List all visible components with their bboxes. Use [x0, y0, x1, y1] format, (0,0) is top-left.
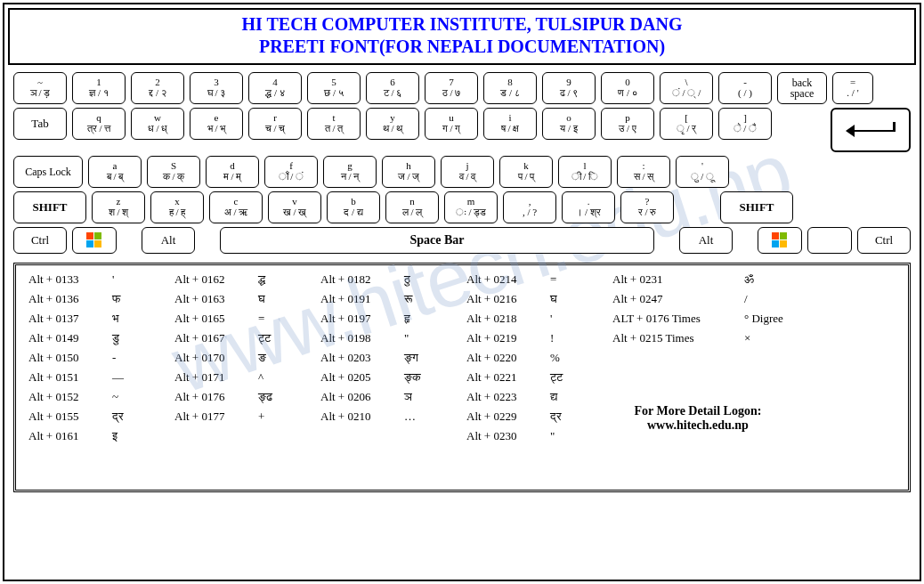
alt-symbol: फ [112, 292, 148, 306]
alt-code-line: Alt + 0206ञ [320, 390, 440, 404]
alt-symbol: ^ [258, 370, 294, 385]
key-top: x [174, 197, 180, 207]
key[interactable]: pउ / ए [601, 108, 654, 140]
spacebar-key[interactable]: Space Bar [220, 227, 654, 254]
alt-code-line: Alt + 0210… [320, 410, 440, 424]
alt-code-line: Alt + 0216घ [466, 292, 586, 306]
enter-key[interactable] [831, 108, 911, 152]
key[interactable]: 3घ / ३ [190, 72, 243, 104]
key-top: z [117, 197, 121, 207]
alt-right-key[interactable]: Alt [679, 227, 733, 254]
shift-right-key[interactable]: SHIFT [720, 191, 793, 223]
alt-code-line: Alt + 0182ठु [320, 272, 440, 287]
key[interactable]: 2द्द / २ [131, 72, 184, 104]
key[interactable]: dम / म् [206, 156, 259, 188]
key[interactable]: uग / ग् [425, 108, 478, 140]
alt-code-line: Alt + 0218' [466, 312, 586, 326]
key[interactable]: [ृ / र् [660, 108, 713, 140]
backspace-key[interactable]: backspace [777, 72, 827, 104]
key-bot: ृ / र् [677, 123, 697, 134]
key[interactable]: ,, / ? [503, 191, 556, 223]
key[interactable]: ]े / ै [718, 108, 772, 140]
key-top: . [588, 197, 590, 207]
ctrl-right-key[interactable]: Ctrl [857, 227, 911, 254]
key[interactable]: nल / ल् [385, 191, 439, 223]
key[interactable]: bद / द्य [327, 191, 380, 223]
alt-left-key[interactable]: Alt [142, 227, 195, 254]
key[interactable]: 6ट / ६ [366, 72, 419, 104]
key-bot: ञ / ड़ [30, 87, 51, 98]
key[interactable]: rच / च् [248, 108, 302, 140]
key[interactable]: yथ / थ् [366, 108, 419, 140]
key[interactable]: lी / ि [558, 156, 612, 188]
key-bot: ख / ख् [283, 207, 307, 217]
key-bot: स / स् [634, 171, 654, 182]
key-top: 3 [214, 77, 219, 87]
key-bot: ल / ल् [402, 207, 423, 217]
key-top: f [289, 161, 293, 171]
alt-code: Alt + 0223 [466, 390, 534, 404]
alt-code: Alt + 0171 [174, 370, 242, 385]
alt-col-4: Alt + 0214=Alt + 0216घAlt + 0218'Alt + 0… [466, 272, 586, 484]
capslock-key[interactable]: Caps Lock [13, 156, 83, 188]
alt-symbol: द्य [550, 390, 586, 404]
alt-code: Alt + 0176 [174, 390, 242, 404]
key[interactable]: tत / त् [307, 108, 361, 140]
key[interactable]: aब / ब् [88, 156, 142, 188]
row-qwerty: Tabqत्र / त्तwध / ध्eभ / भ्rच / च्tत / त… [13, 108, 911, 152]
key[interactable]: \ं / ् / [660, 72, 713, 104]
alt-symbol: ॐ [744, 272, 754, 287]
ctrl-left-key[interactable]: Ctrl [13, 227, 67, 254]
key[interactable]: :स / स् [617, 156, 670, 188]
row-numbers: ~ञ / ड़1ज्ञ / १2द्द / २3घ / ३4द्ध / ४5छ … [13, 72, 911, 104]
key-bot: ( / ) [738, 87, 752, 98]
key[interactable]: cअ / ऋ [209, 191, 263, 223]
key[interactable]: 'ु / ू [676, 156, 729, 188]
key[interactable]: 4द्ध / ४ [248, 72, 302, 104]
document-frame: HI TECH COMPUTER INSTITUTE, TULSIPUR DAN… [3, 3, 921, 581]
key[interactable]: zश / श् [92, 191, 145, 223]
windows-right-key[interactable] [758, 227, 802, 254]
key[interactable]: 7ठ / ७ [425, 72, 478, 104]
key[interactable]: ?र / रु [620, 191, 674, 223]
key[interactable]: oय / इ [542, 108, 596, 140]
key[interactable]: fाँ / ं [264, 156, 318, 188]
key[interactable]: gन / न् [323, 156, 377, 188]
key[interactable]: jव / व् [441, 156, 494, 188]
key[interactable]: mः / ड्ड [444, 191, 498, 223]
key-top: 2 [155, 77, 160, 87]
key[interactable]: .। / श्र [562, 191, 615, 223]
alt-codes-table: Alt + 0133'Alt + 0136फAlt + 0137भAlt + 0… [13, 263, 911, 492]
key[interactable]: vख / ख् [268, 191, 321, 223]
key[interactable]: hज / ज् [382, 156, 435, 188]
key[interactable]: 1ज्ञ / १ [72, 72, 126, 104]
key-top: i [508, 113, 511, 123]
key[interactable]: Sक / क् [147, 156, 200, 188]
menu-key[interactable] [807, 227, 852, 254]
key[interactable]: kप / प् [499, 156, 553, 188]
key[interactable]: 0ण / ० [601, 72, 654, 104]
key[interactable]: xह / ह् [150, 191, 204, 223]
key-bot: क / क् [163, 171, 185, 182]
key[interactable]: 5छ / ५ [307, 72, 361, 104]
key[interactable]: ~ञ / ड़ [13, 72, 67, 104]
key[interactable]: 9ढ / ९ [542, 72, 596, 104]
windows-left-key[interactable] [72, 227, 117, 254]
key[interactable]: eभ / भ् [190, 108, 243, 140]
key[interactable]: -( / ) [718, 72, 772, 104]
alt-code: Alt + 0218 [466, 312, 534, 326]
alt-symbol: " [404, 331, 440, 345]
key[interactable]: iष / क्ष [483, 108, 537, 140]
alt-symbol: … [404, 410, 440, 424]
key[interactable]: 8ड / ८ [483, 72, 537, 104]
alt-symbol: ! [550, 331, 586, 345]
key[interactable]: wध / ध् [131, 108, 184, 140]
alt-code: Alt + 0214 [466, 272, 534, 287]
key-bot: उ / ए [619, 123, 636, 134]
shift-left-key[interactable]: SHIFT [13, 191, 86, 223]
key[interactable]: qत्र / त्त [72, 108, 126, 140]
alt-symbol: - [112, 351, 148, 365]
tab-key[interactable]: Tab [13, 108, 67, 140]
alt-symbol: ' [112, 272, 148, 287]
key[interactable]: =. / ' [832, 72, 873, 104]
